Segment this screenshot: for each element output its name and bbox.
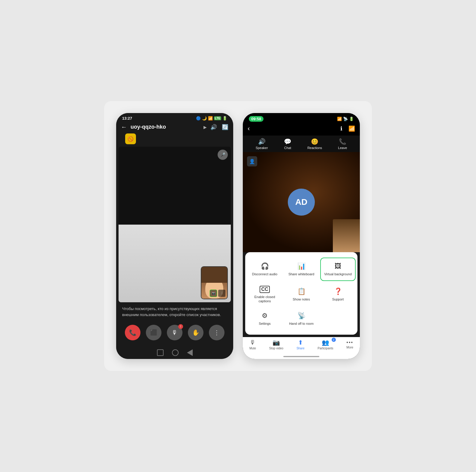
more-menu-popup: 🎧 Disconnect audio 📊 Share whiteboard 🖼 … bbox=[245, 252, 357, 335]
speaker-toolbar-icon: 🔊 bbox=[258, 138, 266, 145]
left-time: 13:27 bbox=[122, 116, 132, 121]
more-icon: ⋮ bbox=[214, 329, 220, 336]
hand-off-label: Hand off to room bbox=[289, 321, 314, 326]
end-call-icon: 📞 bbox=[129, 329, 137, 336]
info-text-area: Чтобы посмотреть, кто из присутствующих … bbox=[116, 302, 233, 321]
nav-stop-video-button[interactable]: 📷 Stop video bbox=[269, 339, 283, 350]
menu-item-show-notes[interactable]: 📋 Show notes bbox=[283, 282, 320, 308]
meeting-id: uoy-qqzo-hko bbox=[131, 124, 200, 130]
lte-icon: LTE bbox=[214, 116, 221, 120]
nav-participants-icon: 👥 bbox=[322, 339, 329, 346]
dots-icon: ⋮ bbox=[221, 292, 223, 295]
right-bottom-nav: 🎙 Mute 📷 Stop video ⬆ Share 👥 2 Particip… bbox=[243, 337, 360, 355]
video-button[interactable]: ⬛ bbox=[146, 325, 161, 340]
nav-mute-button[interactable]: 🎙 Mute bbox=[249, 339, 256, 350]
no-video-badge: 🚫 bbox=[125, 133, 136, 144]
end-call-button[interactable]: 📞 bbox=[125, 325, 140, 340]
reactions-label: Reactions bbox=[307, 146, 322, 150]
mic-icon: 🎙 bbox=[172, 329, 178, 336]
left-top-bar: ← uoy-qqzo-hko ▶ 🔊 🔄 bbox=[116, 122, 233, 133]
whiteboard-icon: 📊 bbox=[297, 262, 306, 270]
nav-share-icon: ⬆ bbox=[298, 339, 303, 346]
menu-item-support[interactable]: ❓ Support bbox=[320, 282, 356, 308]
cam-icon: 📷 bbox=[212, 292, 215, 295]
menu-item-hand-off[interactable]: 📡 Hand off to room bbox=[283, 308, 320, 330]
show-notes-label: Show notes bbox=[293, 297, 310, 301]
right-signal-icon: 📶 bbox=[337, 117, 342, 121]
toolbar-chat[interactable]: 💬 Chat bbox=[284, 138, 291, 150]
right-toolbar: 🔊 Speaker 💬 Chat 😊 Reactions 📞 Leave bbox=[243, 136, 360, 152]
menu-item-disconnect-audio[interactable]: 🎧 Disconnect audio bbox=[246, 257, 283, 282]
notes-icon: 📋 bbox=[297, 288, 306, 295]
back-button[interactable]: ← bbox=[121, 124, 127, 130]
nav-circle-icon[interactable] bbox=[172, 349, 179, 356]
nav-rect-icon[interactable] bbox=[157, 349, 164, 356]
right-top-icons: ℹ 📶 bbox=[340, 125, 355, 132]
top-action-icons: 🔊 🔄 bbox=[210, 124, 228, 130]
video-top bbox=[119, 147, 231, 225]
nav-triangle-icon[interactable] bbox=[187, 349, 193, 356]
virtual-bg-icon: 🖼 bbox=[335, 262, 341, 270]
left-bottom-bar: 📞 ⬛ 🎙 ! ✋ ⋮ bbox=[116, 321, 233, 348]
settings-label: Settings bbox=[259, 321, 271, 326]
toolbar-speaker[interactable]: 🔊 Speaker bbox=[256, 138, 268, 150]
toolbar-reactions[interactable]: 😊 Reactions bbox=[307, 138, 322, 150]
nav-more-button[interactable]: ••• More bbox=[346, 340, 353, 349]
support-label: Support bbox=[332, 297, 344, 301]
info-message: Чтобы посмотреть, кто из присутствующих … bbox=[122, 306, 221, 317]
mute-badge: ! bbox=[178, 324, 183, 329]
left-status-icons: 🔵 🌙 📶 LTE 🔋 bbox=[196, 116, 227, 121]
menu-item-closed-captions[interactable]: CC Enable closed captions bbox=[246, 282, 283, 308]
left-phone: 13:27 🔵 🌙 📶 LTE 🔋 ← uoy-qqzo-hko ▶ 🔊 🔄 🚫 bbox=[116, 113, 233, 359]
menu-item-virtual-background[interactable]: 🖼 Virtual background bbox=[320, 258, 356, 281]
right-status-bar: 09:58 📶 📡 🔋 bbox=[243, 113, 360, 123]
left-status-bar: 13:27 🔵 🌙 📶 LTE 🔋 bbox=[116, 113, 233, 122]
no-video-icon: 🚫 bbox=[128, 136, 134, 142]
participant-icon: 👤 bbox=[247, 156, 257, 166]
person-icon: 👤 bbox=[249, 159, 255, 164]
nav-mic-icon: 🎙 bbox=[250, 339, 256, 346]
back-button-right[interactable]: ‹ bbox=[248, 125, 250, 133]
self-view: 📷 ⋮ bbox=[201, 266, 228, 299]
home-indicator bbox=[243, 355, 360, 359]
bluetooth-icon: 🔵 bbox=[196, 116, 201, 121]
virtual-background-label: Virtual background bbox=[324, 272, 352, 276]
support-icon: ❓ bbox=[334, 288, 342, 295]
disconnect-audio-label: Disconnect audio bbox=[252, 272, 277, 276]
menu-item-share-whiteboard[interactable]: 📊 Share whiteboard bbox=[283, 257, 320, 282]
headphone-icon: 🎧 bbox=[261, 262, 269, 270]
signal-icon: 📶 bbox=[208, 116, 213, 121]
refresh-icon[interactable]: 🔄 bbox=[222, 124, 228, 130]
right-battery-icon: 🔋 bbox=[349, 117, 354, 121]
no-video-badge-wrap: 🚫 bbox=[116, 133, 233, 147]
nav-participants-button[interactable]: 👥 2 Participants bbox=[318, 339, 333, 350]
nav-participants-label: Participants bbox=[318, 347, 333, 350]
menu-item-settings[interactable]: ⚙ Settings bbox=[246, 308, 283, 330]
nav-mute-label: Mute bbox=[249, 347, 256, 350]
mic-muted-icon: 🎤 bbox=[220, 152, 225, 157]
cc-icon: CC bbox=[260, 286, 270, 293]
nav-share-button[interactable]: ⬆ Share bbox=[297, 339, 305, 350]
chat-icon: 💬 bbox=[284, 138, 291, 145]
battery-icon: 🔋 bbox=[222, 116, 227, 121]
main-container: 13:27 🔵 🌙 📶 LTE 🔋 ← uoy-qqzo-hko ▶ 🔊 🔄 🚫 bbox=[104, 101, 372, 371]
info-icon[interactable]: ℹ bbox=[340, 125, 342, 132]
home-bar bbox=[283, 356, 319, 357]
thumbnail-overlay bbox=[333, 219, 360, 252]
raise-hand-button[interactable]: ✋ bbox=[188, 325, 203, 340]
video-icon: ⬛ bbox=[150, 329, 158, 336]
right-status-icons: 📶 📡 🔋 bbox=[337, 117, 354, 121]
leave-label: Leave bbox=[338, 146, 347, 150]
call-quality-icon[interactable]: 📶 bbox=[348, 125, 355, 132]
nav-stop-video-label: Stop video bbox=[269, 347, 283, 350]
speaker-label: Speaker bbox=[256, 146, 268, 150]
cc-label: Enable closed captions bbox=[249, 295, 281, 303]
speaker-icon[interactable]: 🔊 bbox=[210, 124, 217, 130]
self-view-cam-button[interactable]: 📷 bbox=[210, 290, 217, 297]
more-button-left[interactable]: ⋮ bbox=[209, 325, 224, 340]
toolbar-leave[interactable]: 📞 Leave bbox=[338, 138, 347, 150]
mute-button[interactable]: 🎙 ! bbox=[167, 325, 182, 340]
self-view-more-button[interactable]: ⋮ bbox=[218, 290, 225, 297]
hand-icon: ✋ bbox=[192, 329, 200, 336]
muted-overlay: 🎤 bbox=[218, 150, 228, 160]
